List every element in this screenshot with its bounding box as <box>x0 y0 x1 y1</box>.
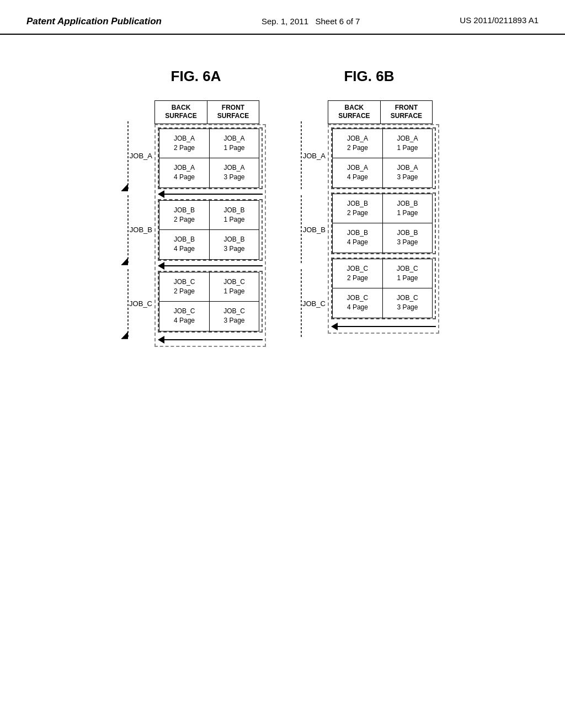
cell-6b-a3: JOB_A4 Page <box>332 158 382 188</box>
cell-6b-c2: JOB_C1 Page <box>382 259 433 288</box>
arrow-b-6a <box>156 261 265 270</box>
cell-6b-a2: JOB_A1 Page <box>382 129 433 158</box>
figure-6b: FIG. 6B JOB_A <box>299 68 439 347</box>
job-c-label-6b: JOB_C <box>302 299 326 308</box>
job-a-label-6a: JOB_A <box>130 152 152 160</box>
job-a-label-6b: JOB_A <box>303 152 326 160</box>
job-a-group-6b: JOB_A2 Page JOB_A1 Page JOB_A4 Page JOB_… <box>331 127 436 189</box>
publication-title: Patent Application Publication <box>26 15 162 28</box>
job-b-group-6a: JOB_B2 Page JOB_B1 Page JOB_B4 Page JOB_… <box>158 199 263 261</box>
cell-6b-c1: JOB_C2 Page <box>332 259 382 288</box>
cell-6a-c1: JOB_C2 Page <box>159 272 209 302</box>
job-a-group-6a: JOB_A2 Page JOB_A1 Page JOB_A4 Page JOB_… <box>158 127 263 189</box>
fig6b-title: FIG. 6B <box>344 68 394 85</box>
cell-6a-a1: JOB_A2 Page <box>159 129 209 158</box>
cell-6b-c4: JOB_C3 Page <box>382 288 433 318</box>
col-header-back-6a: BACKSURFACE <box>154 100 207 124</box>
job-a-bracket-6b <box>294 120 303 192</box>
cell-6b-a4: JOB_A3 Page <box>382 158 433 188</box>
cell-6a-c4: JOB_C3 Page <box>209 302 259 331</box>
col-header-back-6b: BACKSURFACE <box>328 100 380 124</box>
cell-6a-c2: JOB_C1 Page <box>209 272 259 302</box>
job-b-label-6b: JOB_B <box>303 226 326 234</box>
job-b-group-6b: JOB_B2 Page JOB_B1 Page JOB_B4 Page JOB_… <box>331 192 436 254</box>
job-c-bracket-6a <box>120 268 130 340</box>
cell-6a-b3: JOB_B4 Page <box>159 230 209 260</box>
cell-6a-b2: JOB_B1 Page <box>209 200 259 230</box>
fig6b-grid: BACKSURFACE FRONTSURFACE JOB_A2 Page JOB… <box>328 100 439 334</box>
svg-marker-4 <box>121 258 128 265</box>
svg-marker-7 <box>121 331 128 339</box>
job-c-bracket-6b <box>294 268 303 340</box>
arrow-c-6a <box>156 335 265 346</box>
job-b-label-6a: JOB_B <box>130 226 152 234</box>
job-c-group-6b: JOB_C2 Page JOB_C1 Page JOB_C4 Page JOB_… <box>331 258 436 319</box>
cell-6b-b1: JOB_B2 Page <box>332 194 382 223</box>
header-date-sheet: Sep. 1, 2011 Sheet 6 of 7 <box>262 15 360 28</box>
cell-6b-b4: JOB_B3 Page <box>382 223 433 253</box>
page-header: Patent Application Publication Sep. 1, 2… <box>0 0 565 35</box>
patent-number: US 2011/0211893 A1 <box>460 15 539 25</box>
cell-6b-a1: JOB_A2 Page <box>332 129 382 158</box>
main-content: FIG. 6A JOB_A <box>0 35 565 347</box>
fig6a-title: FIG. 6A <box>171 68 221 85</box>
job-b-bracket-6b <box>294 194 303 266</box>
cell-6a-a2: JOB_A1 Page <box>209 129 259 158</box>
cell-6b-b3: JOB_B4 Page <box>332 223 382 253</box>
cell-6a-b1: JOB_B2 Page <box>159 200 209 230</box>
cell-6b-b2: JOB_B1 Page <box>382 194 433 223</box>
figure-6a: FIG. 6A JOB_A <box>126 68 266 347</box>
job-b-bracket-6a <box>120 194 130 266</box>
cell-6a-c3: JOB_C4 Page <box>159 302 209 331</box>
col-header-front-6a: FRONTSURFACE <box>207 100 259 124</box>
cell-6a-a3: JOB_A4 Page <box>159 158 209 188</box>
arrow-bottom-6b <box>329 322 438 333</box>
svg-marker-1 <box>121 184 128 191</box>
job-c-group-6a: JOB_C2 Page JOB_C1 Page JOB_C4 Page JOB_… <box>158 271 263 333</box>
job-c-label-6a: JOB_C <box>129 299 152 308</box>
cell-6a-b4: JOB_B3 Page <box>209 230 259 260</box>
fig6a-grid: BACKSURFACE FRONTSURFACE JOB_A2 Page JOB… <box>154 100 266 347</box>
col-header-front-6b: FRONTSURFACE <box>380 100 433 124</box>
cell-6a-a4: JOB_A3 Page <box>209 158 259 188</box>
arrow-a-6a <box>156 189 265 198</box>
cell-6b-c3: JOB_C4 Page <box>332 288 382 318</box>
job-a-bracket-6a <box>120 120 130 192</box>
